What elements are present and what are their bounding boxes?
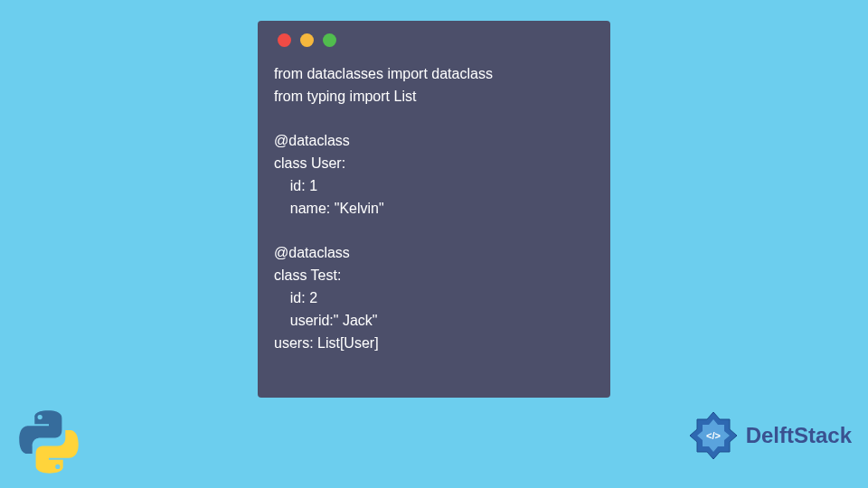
close-icon <box>278 33 291 47</box>
minimize-icon <box>300 33 314 47</box>
brand-name: DelftStack <box>746 423 852 448</box>
window-controls <box>274 33 594 47</box>
delftstack-icon: </> <box>686 408 741 463</box>
maximize-icon <box>323 33 336 47</box>
brand-logo: </> DelftStack <box>686 408 852 463</box>
code-content: from dataclasses import dataclass from t… <box>274 63 594 354</box>
python-logo-icon <box>16 409 81 474</box>
code-window: from dataclasses import dataclass from t… <box>258 21 610 398</box>
svg-text:</>: </> <box>706 430 721 441</box>
